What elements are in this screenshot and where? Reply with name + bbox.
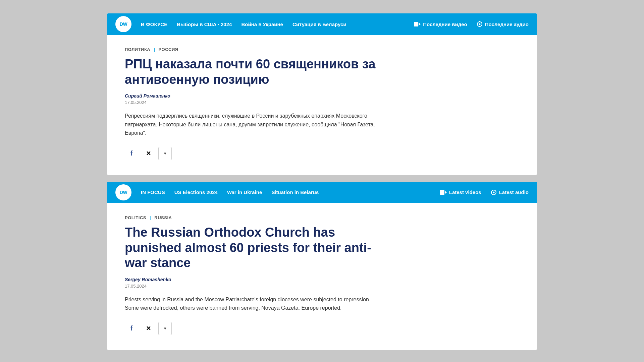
nav-link-elections-en[interactable]: US Elections 2024 [174, 189, 218, 195]
navbar-english: DW IN FOCUS US Elections 2024 War in Ukr… [107, 182, 537, 203]
video-icon [414, 22, 421, 26]
dw-logo-en[interactable]: DW [115, 184, 131, 200]
x-share-button-en[interactable]: ✕ [142, 322, 155, 335]
category-main: ПОЛИТИКА [125, 47, 150, 52]
nav-link-focus-en[interactable]: IN FOCUS [141, 189, 165, 195]
article-date-en: 17.05.2024 [125, 284, 519, 289]
facebook-share-button[interactable]: f [125, 147, 138, 160]
x-share-button[interactable]: ✕ [142, 147, 155, 160]
category-separator: | [154, 47, 155, 52]
navbar-right-en: Latest videos Latest audio [440, 189, 529, 195]
latest-audio-link-en[interactable]: Latest audio [491, 189, 529, 195]
nav-link-focus[interactable]: В ФОКУСЕ [141, 21, 167, 27]
navbar-right: Последние видео Последние аудио [414, 21, 529, 27]
latest-audio-link[interactable]: Последние аудио [477, 21, 529, 27]
more-share-button-en[interactable]: ▾ [158, 322, 172, 335]
nav-link-war-en[interactable]: War in Ukraine [227, 189, 262, 195]
svg-rect-5 [440, 190, 444, 195]
category-sub-en: RUSSIA [154, 215, 172, 220]
svg-point-8 [493, 191, 494, 193]
navbar-left: DW В ФОКУСЕ Выборы в США · 2024 Война в … [115, 16, 346, 32]
svg-marker-6 [445, 191, 447, 194]
article-author: Сиргий Ромашенко [125, 93, 519, 99]
latest-videos-link[interactable]: Последние видео [414, 21, 467, 27]
svg-point-3 [479, 23, 480, 25]
nav-link-belarus-en[interactable]: Situation in Belarus [271, 189, 319, 195]
article-author-en: Sergey Romashenko [125, 277, 519, 282]
video-icon-en [440, 190, 447, 195]
latest-audio-label: Последние аудио [485, 21, 529, 27]
chevron-down-icon-en: ▾ [164, 326, 166, 331]
navbar-russian: DW В ФОКУСЕ Выборы в США · 2024 Война в … [107, 13, 537, 35]
latest-videos-label: Последние видео [423, 21, 467, 27]
article-category-en: POLITICS | RUSSIA [125, 215, 519, 220]
chevron-down-icon: ▾ [164, 151, 166, 156]
article-category: ПОЛИТИКА | РОССИЯ [125, 47, 519, 52]
nav-link-war[interactable]: Война в Украине [241, 21, 283, 27]
latest-videos-label-en: Latest videos [449, 189, 481, 195]
nav-link-elections[interactable]: Выборы в США · 2024 [177, 21, 232, 27]
latest-audio-label-en: Latest audio [499, 189, 529, 195]
dw-logo[interactable]: DW [115, 16, 131, 32]
nav-link-belarus[interactable]: Ситуация в Беларуси [292, 21, 346, 27]
share-bar: f ✕ ▾ [125, 147, 519, 160]
article-russian: ПОЛИТИКА | РОССИЯ РПЦ наказала почти 60 … [107, 35, 537, 175]
card-russian: DW В ФОКУСЕ Выборы в США · 2024 Война в … [107, 13, 537, 175]
article-title-en: The Russian Orthodox Church has punished… [125, 225, 393, 271]
navbar-left-en: DW IN FOCUS US Elections 2024 War in Ukr… [115, 184, 319, 200]
audio-icon-en [491, 189, 497, 195]
article-date: 17.05.2024 [125, 100, 519, 105]
latest-videos-link-en[interactable]: Latest videos [440, 189, 481, 195]
svg-marker-1 [419, 22, 421, 26]
article-body: Репрессиям подверглись священники, служи… [125, 112, 380, 137]
category-separator-en: | [150, 215, 151, 220]
facebook-share-button-en[interactable]: f [125, 322, 138, 335]
article-english: POLITICS | RUSSIA The Russian Orthodox C… [107, 203, 537, 350]
article-body-en: Priests serving in Russia and the Moscow… [125, 295, 380, 312]
card-english: DW IN FOCUS US Elections 2024 War in Ukr… [107, 182, 537, 350]
category-main-en: POLITICS [125, 215, 146, 220]
more-share-button[interactable]: ▾ [158, 147, 172, 160]
svg-rect-0 [414, 22, 418, 26]
share-bar-en: f ✕ ▾ [125, 322, 519, 335]
audio-icon [477, 21, 483, 27]
article-title: РПЦ наказала почти 60 священников за ант… [125, 57, 393, 87]
category-sub: РОССИЯ [159, 47, 178, 52]
